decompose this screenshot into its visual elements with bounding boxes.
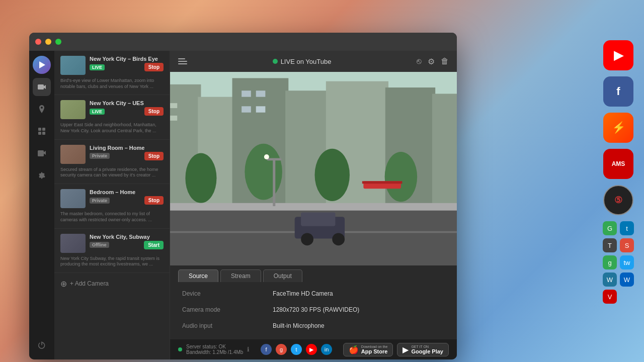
camera-desc: Secured stream of a private residence, t… (60, 167, 164, 178)
svg-rect-3 (38, 132, 41, 135)
svg-rect-26 (256, 90, 266, 97)
google-play-icon: ▶ (403, 345, 409, 354)
small-icon-1[interactable]: G (603, 221, 617, 235)
camera-item[interactable]: New York City – UES LIVE Stop Upper East… (54, 95, 170, 139)
small-icon-2[interactable]: t (620, 221, 634, 235)
audio-input-label: Audio input (182, 320, 263, 331)
camera-status-row: Private Stop (90, 196, 164, 205)
camera-item[interactable]: New York City, Subway Offline Start New … (54, 229, 170, 273)
sidebar-item-power[interactable] (33, 336, 51, 354)
add-camera-button[interactable]: ⊕ + Add Camera (54, 273, 170, 295)
tab-stream[interactable]: Stream (220, 269, 261, 282)
topbar-left (178, 58, 187, 64)
app-body: New York City – Birds Eye LIVE Stop Bird… (29, 51, 457, 359)
svg-rect-24 (170, 116, 177, 121)
tab-source[interactable]: Source (178, 269, 218, 282)
ams-desktop-icon[interactable]: AMS (603, 149, 633, 179)
googleplay-small-label: GET IT ON (411, 345, 443, 348)
settings-icon[interactable]: ⚙ (428, 57, 435, 66)
app-logo[interactable] (33, 56, 51, 74)
video-icon (37, 150, 46, 157)
add-camera-icon: ⊕ (60, 279, 67, 289)
svg-rect-28 (256, 106, 266, 112)
social-youtube[interactable]: ▶ (306, 344, 317, 355)
small-icon-7[interactable]: W (603, 273, 617, 287)
svg-rect-25 (242, 90, 251, 97)
facebook-desktop-icon[interactable]: f (603, 76, 633, 107)
small-icon-5[interactable]: g (603, 255, 617, 269)
footer: Server status: OK Bandwidth: 1.2Mb /1.4M… (170, 339, 457, 359)
social-twitter[interactable]: t (291, 344, 302, 355)
camera-name: Bedroom – Home (90, 189, 164, 195)
small-icon-4[interactable]: S (620, 238, 634, 252)
social-linkedin[interactable]: in (321, 344, 332, 355)
camera-status-row: LIVE Stop (90, 107, 164, 116)
sidebar-item-grid[interactable] (33, 122, 51, 140)
topbar-right: ⎋ ⚙ 🗑 (417, 57, 449, 66)
menu-line-3 (178, 63, 187, 64)
camera-action-button[interactable]: Stop (144, 152, 164, 160)
tab-output[interactable]: Output (263, 269, 302, 282)
sidebar-item-video[interactable] (33, 144, 51, 162)
lightning-desktop-icon[interactable]: ⚡ (603, 113, 633, 143)
minimize-button[interactable] (45, 39, 51, 45)
camera-action-button[interactable]: Start (144, 241, 164, 249)
social-google[interactable]: g (276, 344, 287, 355)
appstore-label: App Store (361, 348, 388, 354)
share-icon[interactable]: ⎋ (417, 57, 422, 66)
svg-rect-27 (242, 106, 251, 112)
delete-icon[interactable]: 🗑 (441, 57, 449, 66)
topbar: LIVE on YouTube ⎋ ⚙ 🗑 (170, 51, 457, 72)
camera-item[interactable]: Living Room – Home Private Stop Secured … (54, 140, 170, 184)
menu-icon[interactable] (178, 58, 187, 64)
camera-item[interactable]: Bedroom – Home Private Stop The master b… (54, 184, 170, 228)
power-icon (38, 341, 46, 349)
camera-thumb (60, 100, 86, 119)
sidebar-item-cameras[interactable] (33, 78, 51, 96)
small-icon-6[interactable]: tw (620, 255, 634, 269)
camera-status-row: Private Stop (90, 152, 164, 160)
main-content: LIVE on YouTube ⎋ ⚙ 🗑 (170, 51, 457, 359)
svg-point-32 (332, 233, 345, 245)
youtube-desktop-icon[interactable]: ▶ (603, 40, 633, 70)
camera-thumb (60, 234, 86, 253)
five-desktop-icon[interactable]: ⑤ (603, 185, 633, 215)
close-button[interactable] (35, 39, 41, 45)
device-label: Device (182, 288, 263, 299)
bandwidth-text: Bandwidth: 1.2Mb /1.4Mb (186, 349, 243, 355)
camera-action-button[interactable]: Stop (144, 63, 164, 71)
small-icon-3[interactable]: T (603, 238, 617, 252)
app-store-button[interactable]: 🍎 Download on the App Store (343, 343, 393, 356)
video-preview (170, 72, 457, 265)
camera-action-button[interactable]: Stop (144, 107, 164, 116)
camera-mode-value: 644x362 30 FPS (RAWVIDEO) (273, 304, 445, 315)
maximize-button[interactable] (55, 39, 61, 45)
svg-rect-10 (285, 90, 329, 215)
menu-line-1 (178, 58, 185, 59)
footer-right: 🍎 Download on the App Store ▶ GET IT ON … (343, 343, 449, 356)
server-info-icon[interactable]: ℹ (247, 346, 250, 353)
svg-rect-30 (301, 212, 335, 226)
sidebar-item-location[interactable] (33, 100, 51, 118)
camera-action-button[interactable]: Stop (144, 196, 164, 205)
camera-item[interactable]: New York City – Birds Eye LIVE Stop Bird… (54, 51, 170, 95)
sidebar-item-settings[interactable] (33, 166, 51, 185)
svg-rect-37 (362, 181, 402, 184)
camera-thumb (60, 56, 86, 75)
small-icon-8[interactable]: W (620, 273, 634, 287)
menu-line-2 (178, 61, 187, 62)
camera-list: New York City – Birds Eye LIVE Stop Bird… (54, 51, 170, 359)
camera-desc: The master bedroom, connected to my list… (60, 211, 164, 223)
footer-left: Server status: OK Bandwidth: 1.2Mb /1.4M… (178, 344, 250, 355)
svg-rect-4 (42, 132, 45, 135)
desktop-icons: ▶ f ⚡ AMS ⑤ G t T S g tw W W V (603, 40, 634, 304)
small-icon-9[interactable]: V (603, 290, 617, 304)
camera-info: New York City, Subway Offline Start (90, 234, 164, 249)
live-label: LIVE on YouTube (281, 58, 332, 65)
cameras-icon (37, 82, 46, 92)
svg-point-16 (314, 149, 350, 201)
google-play-button[interactable]: ▶ GET IT ON Google Play (397, 343, 449, 356)
svg-rect-13 (432, 94, 457, 215)
app-window: New York City – Birds Eye LIVE Stop Bird… (29, 33, 457, 359)
social-facebook[interactable]: f (261, 344, 272, 355)
